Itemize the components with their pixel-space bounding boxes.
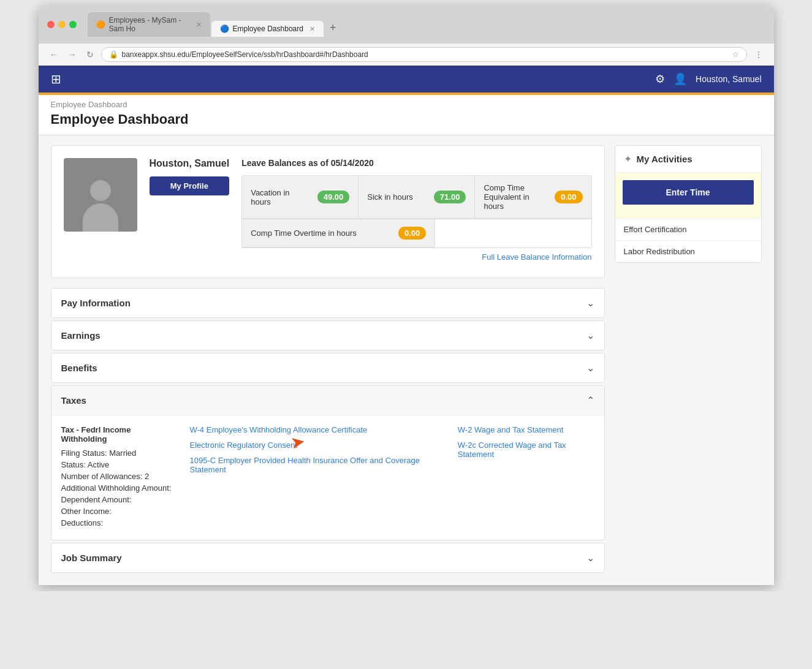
- accordion-benefits: Benefits ⌄: [51, 353, 605, 383]
- main-content: Employee Dashboard Employee Dashboard: [39, 95, 774, 585]
- tab-close-active[interactable]: ✕: [309, 25, 315, 33]
- tax-links-col1: W-4 Employee's Withholding Allowance Cer…: [190, 425, 439, 530]
- breadcrumb: Employee Dashboard: [51, 100, 762, 109]
- leave-title: Leave Balances as of 05/14/2020: [241, 158, 591, 168]
- chevron-down-icon: ⌄: [586, 297, 594, 309]
- additional-withholding: Additional Withholding Amount:: [61, 483, 172, 493]
- leave-cell-comp: Comp Time Equivalent in hours 0.00: [475, 176, 591, 219]
- address-text: banxeappx.shsu.edu/EmployeeSelfService/s…: [122, 50, 368, 59]
- activities-title: My Activities: [637, 154, 692, 164]
- bookmark-icon[interactable]: ☆: [732, 50, 739, 59]
- activities-header: ✦ My Activities: [615, 146, 761, 173]
- browser-tabs: 🟠 Employees - MySam - Sam Ho ✕ 🔵 Employe…: [88, 12, 341, 37]
- minimize-button[interactable]: [58, 21, 66, 28]
- accordion-benefits-header[interactable]: Benefits ⌄: [51, 353, 604, 382]
- lock-icon: 🔒: [109, 50, 118, 59]
- maximize-button[interactable]: [69, 21, 77, 28]
- accordion-earnings-title: Earnings: [61, 330, 101, 341]
- tax-status: Status: Active: [61, 460, 172, 469]
- close-button[interactable]: [47, 21, 55, 28]
- dependent-amount: Dependent Amount:: [61, 495, 172, 504]
- filing-status: Filing Status: Married: [61, 448, 172, 458]
- labor-redistribution-link[interactable]: Labor Redistribution: [615, 240, 761, 262]
- accordion-pay-header[interactable]: Pay Information ⌄: [51, 289, 604, 317]
- enter-time-button[interactable]: Enter Time: [623, 180, 754, 205]
- leave-row-1: Vacation in hours 49.00 Sick in hours 71…: [242, 176, 591, 219]
- gear-icon[interactable]: ⚙: [655, 72, 665, 86]
- tab-icon-active: 🔵: [220, 25, 229, 33]
- tab-employee-dashboard[interactable]: 🔵 Employee Dashboard ✕: [211, 21, 324, 37]
- avatar: [64, 158, 137, 232]
- tax-links-col2: W-2 Wage and Tax Statement W-2c Correcte…: [458, 425, 594, 530]
- electronic-consent-link[interactable]: Electronic Regulatory Consent: [190, 440, 439, 450]
- w4-link[interactable]: W-4 Employee's Withholding Allowance Cer…: [190, 425, 439, 434]
- reload-button[interactable]: ↻: [84, 48, 96, 61]
- browser-menu-button[interactable]: ⋮: [752, 48, 765, 61]
- chevron-down-icon-benefits: ⌄: [586, 362, 594, 374]
- avatar-person: [76, 176, 125, 232]
- content-area: Houston, Samuel My Profile Leave Balance…: [39, 135, 774, 585]
- accordion-job-summary-header[interactable]: Job Summary ⌄: [51, 543, 604, 572]
- accordion-taxes-header[interactable]: Taxes ⌃: [51, 386, 604, 415]
- address-input[interactable]: 🔒 banxeappx.shsu.edu/EmployeeSelfService…: [101, 47, 747, 62]
- new-tab-button[interactable]: +: [325, 19, 341, 37]
- breadcrumb-area: Employee Dashboard Employee Dashboard: [39, 95, 774, 135]
- tax-section-title: Tax - Fedrl Income Withholding: [61, 425, 172, 444]
- username: Houston, Samuel: [696, 74, 761, 84]
- profile-name: Houston, Samuel: [150, 158, 230, 169]
- leave-section: Leave Balances as of 05/14/2020 Vacation…: [241, 158, 591, 265]
- side-panel: ✦ My Activities Enter Time Effort Certif…: [615, 145, 762, 575]
- accordion-taxes: Taxes ⌃ Tax - Fedrl Income Withholding F…: [51, 385, 605, 540]
- tab-close[interactable]: ✕: [196, 21, 202, 29]
- page-title: Employee Dashboard: [51, 109, 762, 135]
- tax-details: Tax - Fedrl Income Withholding Filing St…: [61, 425, 594, 530]
- profile-card: Houston, Samuel My Profile Leave Balance…: [51, 145, 605, 278]
- leave-cell-vacation: Vacation in hours 49.00: [242, 176, 359, 219]
- full-leave-link[interactable]: Full Leave Balance Information: [482, 252, 591, 262]
- activities-card: ✦ My Activities Enter Time Effort Certif…: [615, 145, 762, 263]
- leave-cell-sick: Sick in hours 71.00: [359, 176, 475, 219]
- accordion-earnings-header[interactable]: Earnings ⌄: [51, 321, 604, 350]
- grid-icon[interactable]: ⊞: [51, 72, 61, 86]
- my-profile-button[interactable]: My Profile: [150, 176, 230, 195]
- forward-button[interactable]: →: [66, 48, 79, 61]
- vacation-value: 49.00: [317, 191, 350, 203]
- accordion-benefits-title: Benefits: [61, 363, 97, 373]
- address-bar: ← → ↻ 🔒 banxeappx.shsu.edu/EmployeeSelfS…: [39, 43, 774, 66]
- profile-info: Houston, Samuel My Profile: [150, 158, 230, 265]
- vacation-label: Vacation in hours: [251, 188, 311, 206]
- app-header-right: ⚙ 👤 Houston, Samuel: [655, 72, 761, 86]
- sick-label: Sick in hours: [367, 192, 412, 202]
- app-header-left: ⊞: [51, 72, 61, 86]
- tab-label: Employees - MySam - Sam Ho: [109, 16, 190, 33]
- back-button[interactable]: ←: [47, 48, 61, 61]
- accordion-pay-title: Pay Information: [61, 298, 131, 308]
- tab-employees[interactable]: 🟠 Employees - MySam - Sam Ho ✕: [88, 12, 210, 37]
- main-panel: Houston, Samuel My Profile Leave Balance…: [51, 145, 605, 575]
- app-header: ⊞ ⚙ 👤 Houston, Samuel: [39, 66, 774, 93]
- 1095c-link[interactable]: 1095-C Employer Provided Health Insuranc…: [190, 456, 439, 474]
- accordion-job-summary: Job Summary ⌄: [51, 543, 605, 573]
- effort-certification-link[interactable]: Effort Certification: [615, 218, 761, 240]
- user-icon: 👤: [674, 72, 687, 86]
- accordion-pay: Pay Information ⌄: [51, 288, 605, 318]
- comp-ot-value: 0.00: [398, 227, 426, 240]
- w2c-link[interactable]: W-2c Corrected Wage and Tax Statement: [458, 440, 594, 459]
- accordion-earnings: Earnings ⌄: [51, 320, 605, 350]
- enter-time-area: Enter Time: [615, 173, 761, 218]
- allowances: Number of Allowances: 2: [61, 472, 172, 481]
- leave-empty: [435, 219, 591, 248]
- leave-row-2: Comp Time Overtime in hours 0.00: [242, 219, 591, 248]
- traffic-lights: [47, 21, 77, 28]
- chevron-down-icon-job: ⌄: [586, 552, 594, 564]
- full-leave-link-area: Full Leave Balance Information: [241, 248, 591, 265]
- tax-info-column: Tax - Fedrl Income Withholding Filing St…: [61, 425, 172, 530]
- accordion-taxes-title: Taxes: [61, 395, 86, 406]
- chevron-up-icon: ⌃: [586, 395, 594, 406]
- leave-cell-comp-ot: Comp Time Overtime in hours 0.00: [242, 219, 435, 248]
- chevron-down-icon-earnings: ⌄: [586, 330, 594, 341]
- avatar-body: [83, 203, 118, 232]
- wand-icon: ✦: [624, 153, 632, 165]
- sick-value: 71.00: [434, 191, 466, 203]
- w2-link[interactable]: W-2 Wage and Tax Statement: [458, 425, 594, 434]
